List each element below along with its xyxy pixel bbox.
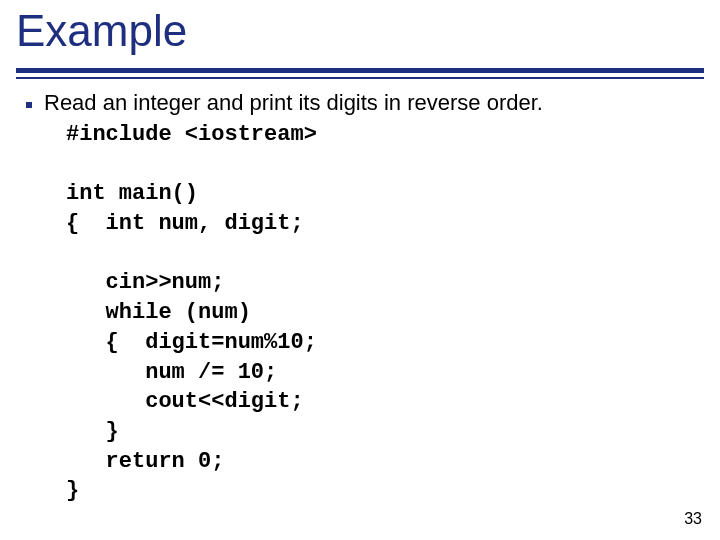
page-number: 33 xyxy=(684,510,702,528)
slide-body: Read an integer and print its digits in … xyxy=(26,90,700,506)
bullet-text: Read an integer and print its digits in … xyxy=(44,90,543,116)
title-rule-thick xyxy=(16,68,704,73)
slide: Example Read an integer and print its di… xyxy=(0,0,720,540)
code-block: #include <iostream> int main() { int num… xyxy=(66,120,700,506)
slide-title: Example xyxy=(0,0,720,58)
title-rule-thin xyxy=(16,77,704,79)
bullet-item: Read an integer and print its digits in … xyxy=(26,90,700,116)
bullet-icon xyxy=(26,102,32,108)
